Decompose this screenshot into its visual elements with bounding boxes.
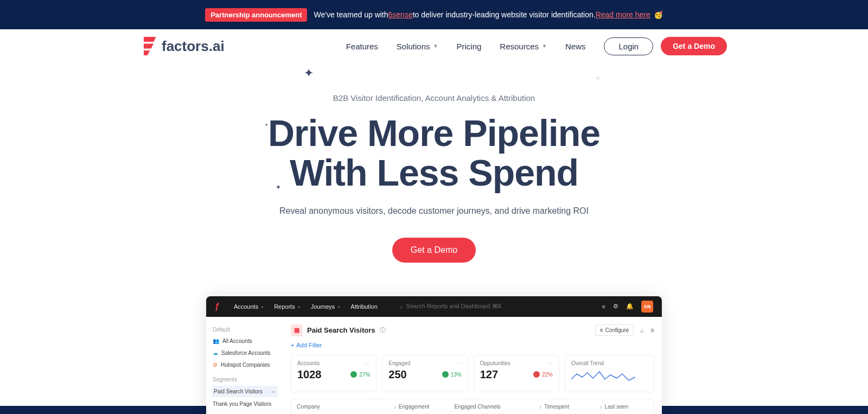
app-menu-journeys-label: Journeys [311, 303, 335, 310]
sidebar-item-salesforce[interactable]: ☁Salesforce Accounts [212, 348, 278, 358]
hero-h1-line2: With Less Spend [290, 152, 578, 193]
nav-resources-label: Resources [500, 42, 539, 51]
trend-sparkline-icon [571, 368, 636, 385]
sidebar-group-segments: Segments [213, 377, 278, 383]
info-icon[interactable]: ⓘ [380, 326, 386, 334]
nav-actions: Login Get a Demo [604, 37, 727, 55]
configure-label: Configure [605, 327, 629, 333]
sort-desc-icon: ↓ [539, 404, 542, 410]
people-icon: 👥 [213, 338, 219, 344]
login-button[interactable]: Login [604, 37, 653, 55]
sidebar-item-paid-search[interactable]: Paid Search Visitors→ [212, 386, 278, 397]
party-emoji-icon: 🥳 [654, 10, 663, 19]
col-engagement[interactable]: ↓Engagement [394, 404, 455, 410]
announcement-partner-link[interactable]: 6sense [388, 10, 413, 19]
hero-demo-button[interactable]: Get a Demo [392, 238, 476, 263]
brand-name: factors.ai [162, 38, 225, 55]
col-timespent[interactable]: ↓Timespent [539, 404, 600, 410]
col-company[interactable]: Company [297, 404, 394, 410]
nav-news[interactable]: News [565, 42, 586, 51]
segment-icon: ▦ [291, 324, 303, 336]
down-indicator-icon [533, 371, 540, 378]
more-icon[interactable]: ⋯ [547, 360, 553, 366]
nav-solutions[interactable]: Solutions▼ [397, 42, 438, 51]
hero-headline: Drive More Pipeline With Less Spend [0, 113, 868, 193]
app-sidebar: Default 👥All Accounts ☁Salesforce Accoun… [206, 317, 283, 414]
sidebar-label: Thank you Page Visitors [213, 401, 271, 407]
stat-card-trend: Overall Trend [565, 355, 654, 392]
sidebar-label: Salesforce Accounts [221, 350, 271, 356]
sparkle-icon: ✦ [265, 123, 269, 128]
stat-value: 250 [388, 368, 406, 381]
nav-menu: Features Solutions▼ Pricing Resources▼ N… [346, 37, 727, 55]
nav-solutions-label: Solutions [397, 42, 430, 51]
logo-mark-icon [141, 37, 156, 55]
more-icon[interactable]: ⋯ [365, 360, 370, 366]
stat-label: Engaged [388, 360, 410, 366]
app-menu-reports-label: Reports [274, 303, 295, 310]
page-title: ▦ Paid Search Visitors ⓘ [291, 324, 386, 336]
salesforce-icon: ☁ [213, 350, 218, 356]
list-icon[interactable]: ≡ [602, 303, 605, 310]
app-search[interactable]: ⌕ Search Reports and Dashboard ⌘K [399, 303, 591, 310]
chevron-down-icon: ⌄ [297, 304, 301, 309]
stat-card-engaged: Engaged⋯ 25013% [382, 355, 468, 392]
announcement-readmore-link[interactable]: Read more here [596, 10, 650, 19]
search-icon[interactable]: ⌕ [640, 327, 644, 334]
add-filter-button[interactable]: +Add Filter [291, 342, 654, 348]
app-topbar: ƒ Accounts ⌄ Reports ⌄ Journeys ⌄ Attrib… [206, 296, 662, 317]
avatar[interactable]: AN [641, 301, 653, 313]
hero-eyebrow: B2B Visitor Identification, Account Anal… [0, 93, 868, 103]
stat-card-opportunities: Opputunities⋯ 12722% [474, 355, 559, 392]
nav-pricing[interactable]: Pricing [456, 42, 481, 51]
trend-label: Overall Trend [571, 360, 648, 366]
configure-button[interactable]: ≡Configure [595, 324, 634, 336]
brand-logo[interactable]: factors.ai [141, 37, 225, 55]
stat-pct: 27% [359, 372, 370, 378]
announcement-badge: Partnership announcement [205, 8, 307, 22]
app-menu-accounts-label: Accounts [234, 303, 258, 310]
col-label: Timespent [544, 404, 569, 410]
app-logo-icon: ƒ [215, 302, 220, 311]
table-header: Company ↓Engagement Engaged Channels ↓Ti… [291, 399, 654, 414]
stat-pct: 13% [451, 372, 462, 378]
chevron-down-icon: ⌄ [260, 304, 264, 309]
hero-subheadline: Reveal anonymous visitors, decode custom… [0, 206, 868, 216]
gear-icon[interactable]: ⚙ [613, 303, 618, 310]
app-menu-journeys[interactable]: Journeys ⌄ [311, 303, 341, 310]
sidebar-item-all-accounts[interactable]: 👥All Accounts [212, 336, 278, 346]
up-indicator-icon [350, 371, 357, 378]
col-lastseen[interactable]: ↓Last seen [600, 404, 648, 410]
stat-value: 1028 [297, 368, 322, 381]
sidebar-item-hubspot[interactable]: ⚙Hubspot Companies [212, 360, 278, 370]
nav-resources[interactable]: Resources▼ [500, 42, 547, 51]
app-menu-accounts[interactable]: Accounts ⌄ [234, 303, 264, 310]
chevron-down-icon: ⌄ [337, 304, 341, 309]
app-preview: ƒ Accounts ⌄ Reports ⌄ Journeys ⌄ Attrib… [206, 296, 662, 414]
sparkle-icon: ✦ [594, 73, 602, 85]
chevron-down-icon: ▼ [433, 43, 438, 49]
stat-card-accounts: Accounts⋯ 102827% [291, 355, 376, 392]
hubspot-icon: ⚙ [213, 362, 218, 368]
stat-value: 127 [480, 368, 498, 381]
app-top-menu: Accounts ⌄ Reports ⌄ Journeys ⌄ Attribut… [234, 303, 378, 310]
stat-pct: 22% [542, 372, 553, 378]
sort-icon[interactable]: ≡ [650, 327, 654, 334]
sidebar-group-default: Default [213, 327, 278, 333]
sidebar-label: Paid Search Visitors [214, 388, 263, 394]
col-label: Engagement [399, 404, 430, 410]
nav-features[interactable]: Features [346, 42, 378, 51]
sliders-icon: ≡ [600, 327, 603, 333]
col-channels[interactable]: Engaged Channels [454, 404, 539, 410]
app-menu-reports[interactable]: Reports ⌄ [274, 303, 301, 310]
search-placeholder: Search Reports and Dashboard ⌘K [406, 303, 502, 310]
app-main: ▦ Paid Search Visitors ⓘ ≡Configure ⌕ ≡ … [283, 317, 662, 414]
sidebar-item-thank-you[interactable]: Thank you Page Visitors [212, 399, 278, 409]
more-icon[interactable]: ⋯ [456, 360, 462, 366]
get-demo-button[interactable]: Get a Demo [661, 37, 727, 55]
hero-h1-line1: Drive More Pipeline [268, 112, 600, 154]
announcement-text-pre: We've teamed up with [314, 10, 388, 19]
app-menu-attribution[interactable]: Attribution [350, 303, 378, 310]
add-filter-label: Add Filter [296, 342, 322, 348]
bell-icon[interactable]: 🔔 [626, 303, 634, 310]
